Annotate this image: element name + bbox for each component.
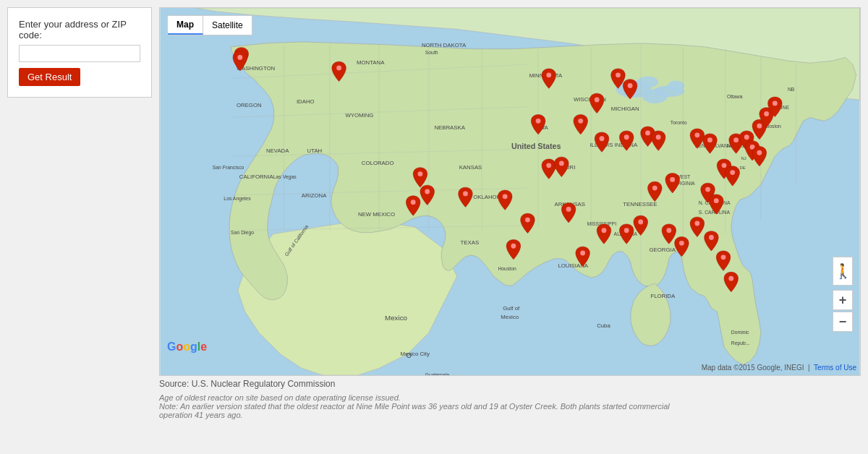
svg-text:OREGON: OREGON	[237, 102, 262, 108]
svg-point-125	[602, 228, 607, 233]
svg-point-112	[705, 187, 710, 192]
svg-point-114	[670, 177, 675, 182]
svg-point-118	[666, 228, 671, 233]
zoom-out-button[interactable]: −	[833, 312, 853, 332]
svg-point-99	[645, 130, 650, 135]
svg-point-109	[757, 150, 762, 155]
svg-point-105	[757, 124, 762, 129]
svg-text:MONTANA: MONTANA	[357, 59, 385, 66]
svg-text:NB: NB	[788, 87, 795, 92]
svg-point-122	[721, 254, 726, 260]
svg-point-120	[694, 221, 699, 226]
svg-text:South: South	[425, 50, 438, 55]
svg-text:WYOMING: WYOMING	[345, 112, 373, 119]
svg-text:Mexico: Mexico	[385, 314, 407, 322]
svg-point-96	[536, 119, 541, 124]
svg-point-107	[773, 100, 778, 106]
sidebar: Enter your address or ZIP code: Get Resu…	[7, 7, 152, 98]
svg-point-115	[652, 186, 658, 191]
svg-text:UTAH: UTAH	[307, 147, 323, 154]
svg-point-117	[624, 228, 629, 233]
svg-point-5	[668, 81, 684, 91]
svg-text:COLORADO: COLORADO	[362, 160, 394, 166]
svg-text:NEVADA: NEVADA	[266, 147, 289, 154]
map-footer: Map data ©2015 Google, INEGI | Terms of …	[702, 364, 856, 372]
main-container: Enter your address or ZIP code: Get Resu…	[7, 7, 861, 419]
svg-point-93	[628, 83, 633, 88]
svg-text:Gulf of: Gulf of	[503, 305, 520, 312]
pegman-icon: 🚶	[834, 262, 852, 280]
svg-point-134	[546, 163, 551, 168]
svg-point-110	[722, 163, 727, 168]
svg-text:Las Vegas: Las Vegas	[273, 174, 297, 180]
tab-map[interactable]: Map	[168, 16, 203, 35]
svg-text:Mexico: Mexico	[501, 314, 519, 320]
map-data-text: Map data ©2015 Google, INEGI	[702, 364, 804, 372]
svg-point-106	[764, 111, 769, 116]
address-input[interactable]	[19, 45, 140, 62]
svg-text:San Diego: San Diego	[231, 230, 254, 236]
svg-point-4	[637, 77, 658, 88]
zoom-in-button[interactable]: +	[833, 290, 853, 310]
source-text: Source: U.S. Nuclear Regulatory Commissi…	[159, 379, 861, 389]
svg-point-98	[624, 134, 629, 140]
svg-text:NJ: NJ	[741, 156, 746, 160]
svg-text:United States: United States	[511, 142, 561, 150]
svg-text:GEORGIA: GEORGIA	[649, 247, 676, 253]
get-result-button[interactable]: Get Result	[19, 68, 80, 86]
svg-point-95	[578, 119, 583, 124]
svg-text:FLORIDA: FLORIDA	[650, 293, 676, 299]
tab-satellite[interactable]: Satellite	[203, 16, 252, 35]
google-logo: Google	[167, 340, 207, 354]
svg-point-94	[595, 98, 600, 103]
svg-text:Houston: Houston	[498, 266, 516, 271]
svg-text:Toronto: Toronto	[671, 120, 687, 125]
note-1: Age of oldest reactor on site based on d…	[159, 393, 680, 402]
map-background: NORTH DAKOTA South MONTANA WASHINGTON OR…	[160, 8, 860, 375]
svg-point-101	[694, 132, 699, 137]
svg-text:Repub...: Repub...	[731, 340, 750, 346]
svg-text:TENNESSEE: TENNESSEE	[623, 201, 657, 207]
svg-point-131	[525, 218, 530, 223]
map-tab-bar: Map Satellite	[167, 15, 252, 35]
svg-point-92	[616, 72, 621, 77]
svg-point-127	[418, 171, 423, 176]
svg-point-123	[728, 276, 733, 281]
svg-text:Dominic: Dominic	[731, 330, 749, 335]
svg-text:NORTH DAKOTA: NORTH DAKOTA	[422, 42, 467, 48]
svg-point-89	[237, 55, 242, 60]
map-section: Map Satellite	[159, 7, 861, 419]
svg-text:ARIZONA: ARIZONA	[302, 192, 327, 199]
svg-text:MICHIGAN: MICHIGAN	[611, 106, 639, 112]
svg-point-129	[411, 200, 416, 205]
pegman-button[interactable]: 🚶	[833, 257, 853, 286]
svg-text:San Francisco: San Francisco	[213, 165, 244, 170]
svg-point-132	[511, 244, 516, 249]
svg-text:NEBRASKA: NEBRASKA	[434, 124, 465, 131]
svg-text:Cuba: Cuba	[597, 322, 610, 329]
svg-point-113	[714, 198, 719, 203]
svg-text:IDAHO: IDAHO	[297, 98, 315, 105]
svg-text:TEXAS: TEXAS	[461, 239, 480, 246]
svg-text:CALIFORNIA: CALIFORNIA	[239, 174, 274, 180]
svg-text:NEW MEXICO: NEW MEXICO	[358, 211, 395, 218]
svg-point-128	[425, 189, 430, 194]
svg-point-133	[503, 194, 508, 199]
svg-point-102	[707, 137, 712, 142]
svg-point-111	[730, 170, 735, 175]
note-2: Note: An earlier version stated that the…	[159, 402, 680, 419]
svg-point-103	[733, 137, 739, 142]
svg-point-119	[679, 241, 684, 246]
svg-point-135	[559, 161, 564, 166]
svg-point-116	[638, 220, 643, 225]
svg-text:Guatemala: Guatemala	[425, 372, 450, 375]
map-controls: 🚶 + −	[833, 257, 853, 332]
svg-point-126	[566, 207, 571, 212]
svg-point-100	[656, 134, 661, 140]
svg-point-104	[744, 134, 749, 140]
svg-text:Los Angeles: Los Angeles	[224, 196, 251, 202]
terms-of-use-link[interactable]: Terms of Use	[814, 364, 856, 372]
svg-point-90	[336, 66, 341, 71]
notes: Age of oldest reactor on site based on d…	[159, 393, 680, 419]
map-wrapper[interactable]: Map Satellite	[159, 7, 861, 376]
